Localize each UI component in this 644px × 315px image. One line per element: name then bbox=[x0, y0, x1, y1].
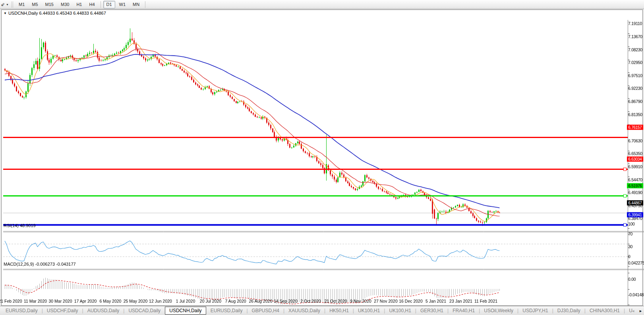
price-axis-label: 6.70630 bbox=[628, 138, 644, 143]
time-axis-label: 21 Oct 2020 bbox=[324, 299, 347, 303]
price-axis-label: 6.54470 bbox=[628, 177, 644, 182]
price-axis-label: 6.92230 bbox=[628, 86, 644, 91]
time-axis-label: 6 May 2020 bbox=[100, 299, 122, 303]
macd-axis-label: -0.04148 bbox=[628, 292, 644, 297]
tab-separator: | bbox=[246, 308, 248, 313]
symbol-tab-usdjpy-h1[interactable]: USDJPY,H1 bbox=[522, 307, 549, 314]
timeframe-button-m1[interactable]: M1 bbox=[15, 1, 28, 8]
symbol-tabs: EURUSD,Daily|USDCHF,Daily|AUDUSD,Daily|U… bbox=[0, 307, 633, 315]
price-axis-label: 6.65350 bbox=[628, 151, 644, 156]
symbol-tab-fra40-h1[interactable]: FRA40,H1 bbox=[452, 307, 476, 314]
time-axis-label: 9 Nov 2020 bbox=[350, 299, 371, 303]
tab-separator: | bbox=[324, 308, 325, 313]
time-axis-label: 2 Oct 2020 bbox=[300, 299, 321, 303]
symbol-tab-bar: EURUSD,Daily|USDCHF,Daily|AUDUSD,Daily|U… bbox=[0, 306, 644, 315]
hline-price-tag[interactable]: 6.39941 bbox=[627, 212, 643, 218]
hline-price-tag[interactable]: 6.51976 bbox=[627, 183, 643, 189]
symbol-tab-xauusd-daily[interactable]: XAUUSD,Daily bbox=[288, 307, 321, 314]
macd-axis-label: 0.00 bbox=[628, 277, 644, 282]
symbol-tab-eurusd-daily[interactable]: EURUSD,Daily bbox=[5, 307, 39, 314]
symbol-tab-eurusd-daily[interactable]: EURUSD,Daily bbox=[210, 307, 244, 314]
timeframe-button-m15[interactable]: M15 bbox=[42, 1, 57, 8]
time-axis-label: 23 Jan 2021 bbox=[449, 299, 472, 303]
toolbar-separator bbox=[101, 1, 101, 8]
time-axis-label: 7 Aug 2020 bbox=[225, 299, 246, 303]
price-axis-label: 7.13670 bbox=[628, 34, 644, 39]
time-axis-label: 21 Feb 2020 bbox=[0, 299, 22, 303]
tab-separator: | bbox=[624, 308, 625, 313]
price-axis-label: 6.81350 bbox=[628, 112, 644, 117]
time-axis-label: 12 Jun 2020 bbox=[149, 299, 172, 303]
time-axis-label: 16 Dec 2020 bbox=[399, 299, 423, 303]
chart-title: ▼USDCNH,Daily 6.44933 6.45343 6.44833 6.… bbox=[4, 11, 106, 16]
time-axis-label: 14 Sep 2020 bbox=[274, 299, 298, 303]
time-axis-label: 26 Aug 2020 bbox=[249, 299, 273, 303]
chart-window bbox=[1, 10, 643, 306]
current-price-tag: 6.44867 bbox=[627, 200, 643, 206]
time-axis-label: 27 Nov 2020 bbox=[374, 299, 398, 303]
timeframe-button-h4[interactable]: H4 bbox=[86, 1, 98, 8]
toolbar-separator bbox=[145, 1, 145, 8]
timeframe-button-h1[interactable]: H1 bbox=[73, 1, 85, 8]
symbol-tab-china300-h1[interactable]: CHINA300,H1 bbox=[589, 307, 621, 314]
toolbar-drag-handle[interactable] bbox=[12, 2, 13, 8]
time-axis-label: 11 Feb 2021 bbox=[474, 299, 497, 303]
tab-separator: | bbox=[384, 308, 385, 313]
chart-symbol-period: USDCNH,Daily bbox=[8, 11, 38, 16]
timeframe-button-m5[interactable]: M5 bbox=[29, 1, 41, 8]
rsi-axis-label: 0 bbox=[628, 254, 644, 259]
tab-separator: | bbox=[584, 308, 586, 313]
price-axis-label: 6.97510 bbox=[628, 73, 644, 78]
time-axis-label: 1 Jul 2020 bbox=[176, 299, 195, 303]
symbol-tab-usdchf-daily[interactable]: USDCHF,Daily bbox=[46, 307, 79, 314]
rsi-axis-label: 100 bbox=[628, 222, 644, 226]
tab-separator: | bbox=[42, 308, 43, 313]
tab-separator: | bbox=[82, 308, 83, 313]
symbol-tab-uk100-h1[interactable]: UK100,H1 bbox=[388, 307, 412, 314]
timeframe-button-w1[interactable]: W1 bbox=[116, 1, 129, 8]
price-axis-label: 7.02950 bbox=[628, 60, 644, 65]
tab-separator: | bbox=[415, 308, 416, 313]
symbol-tab-ger30-h1[interactable]: GER30,H1 bbox=[420, 307, 444, 314]
price-axis-label: 6.86790 bbox=[628, 99, 644, 104]
time-axis-label: 11 Mar 2020 bbox=[24, 299, 47, 303]
tab-separator: | bbox=[447, 308, 449, 313]
symbol-tab-uk100-h1[interactable]: UK100,H1 bbox=[357, 307, 381, 314]
tab-separator: | bbox=[517, 308, 518, 313]
chart-marker-icon: ▼ bbox=[4, 12, 7, 15]
symbol-tab-audusd-daily[interactable]: AUDUSD,Daily bbox=[87, 307, 120, 314]
price-axis-label: 7.08230 bbox=[628, 47, 644, 52]
rsi-axis-label: 30 bbox=[628, 244, 644, 249]
macd-indicator-label: MACD(12,26,9) -0.006273 -0.043177 bbox=[4, 262, 76, 266]
symbol-tab-gbpusd-h4[interactable]: GBPUSD,H4 bbox=[251, 307, 280, 314]
price-axis-label: 6.49190 bbox=[628, 190, 644, 195]
timeframe-button-d1[interactable]: D1 bbox=[103, 1, 115, 8]
time-axis-label: 20 Jul 2020 bbox=[200, 299, 221, 303]
timeframe-button-mn[interactable]: MN bbox=[130, 1, 143, 8]
symbol-tab-usoil-weekly[interactable]: USOil,Weekly bbox=[483, 307, 514, 314]
symbol-tab-usdcnh-daily[interactable]: USDCNH,Daily bbox=[165, 307, 206, 315]
cursor-tool-button[interactable]: ⇙ ▼ bbox=[0, 0, 10, 9]
price-chart-canvas[interactable] bbox=[3, 20, 644, 315]
tab-scroll-left-icon[interactable]: ◄ bbox=[631, 309, 635, 313]
macd-axis-label: 0.042275 bbox=[628, 261, 644, 265]
hline-price-tag[interactable]: 6.63034 bbox=[627, 156, 643, 161]
tab-scroll-right-icon[interactable]: ► bbox=[639, 309, 642, 313]
tab-separator: | bbox=[353, 308, 354, 313]
time-axis-label: 5 Jan 2021 bbox=[425, 299, 446, 303]
symbol-tab-usdcad-daily[interactable]: USDCAD,Daily bbox=[128, 307, 161, 314]
time-axis-label: 25 May 2020 bbox=[124, 299, 148, 303]
time-axis-label: 17 Apr 2020 bbox=[74, 299, 97, 303]
symbol-tab-dj30-daily[interactable]: DJ30,Daily bbox=[557, 307, 581, 314]
timeframe-button-group: M1M5M15M30H1H4D1W1MN bbox=[15, 0, 147, 9]
hline-price-tag[interactable]: 6.76157 bbox=[627, 125, 643, 130]
tab-separator: | bbox=[283, 308, 284, 313]
timeframe-button-m30[interactable]: M30 bbox=[58, 1, 72, 8]
price-axis-label: 7.19110 bbox=[628, 21, 644, 26]
tab-separator: | bbox=[479, 308, 480, 313]
chevron-down-icon: ▼ bbox=[6, 3, 9, 6]
rsi-axis-label: 70 bbox=[628, 231, 644, 236]
cursor-tool-icon: ⇙ bbox=[1, 2, 5, 7]
symbol-tab-hk50-h1[interactable]: HK50,H1 bbox=[329, 307, 350, 314]
tab-separator: | bbox=[123, 308, 124, 313]
